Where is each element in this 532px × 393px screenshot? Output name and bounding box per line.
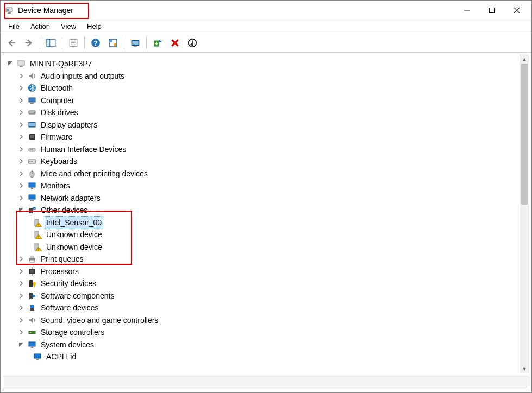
network-icon [27,193,37,203]
tree-root[interactable]: MININT-Q5RF3P7 [7,58,519,70]
tree-category-computer[interactable]: Computer [7,94,519,107]
menu-view[interactable]: View [55,21,82,31]
expand-icon[interactable] [17,72,25,80]
tree-category-sound[interactable]: Sound, video and game controllers [7,314,519,327]
toolbar-separator [84,37,85,49]
svg-text:!: ! [38,235,39,239]
svg-rect-54 [29,208,33,213]
keyboard-icon [27,156,37,166]
expand-icon[interactable] [17,109,25,116]
scrollbar-track[interactable] [520,64,529,364]
tree-category-network[interactable]: Network adapters [7,192,519,205]
svg-marker-30 [29,73,33,79]
scroll-up-button[interactable]: ▲ [520,54,529,64]
tree-item-unknown-2[interactable]: ! Unknown device [7,241,519,253]
toolbar-separator [146,37,147,49]
back-button[interactable] [4,35,19,50]
tree-item-label: Intel_Sensor_00 [45,216,103,229]
expand-icon[interactable] [17,255,25,263]
svg-rect-16 [110,40,112,42]
tree-item-label: Unknown device [45,241,104,253]
tree-category-keyboards[interactable]: Keyboards [7,155,519,168]
scrollbar-thumb[interactable] [521,64,528,205]
bluetooth-icon [27,83,37,93]
add-button[interactable]: + [150,35,165,50]
tree-category-hid[interactable]: Human Interface Devices [7,143,519,156]
expand-icon[interactable] [17,304,25,312]
device-tree[interactable]: MININT-Q5RF3P7 Audio inputs and outputs … [3,54,519,373]
expand-icon[interactable] [17,292,25,300]
scroll-down-button[interactable]: ▼ [520,364,529,373]
svg-text:+: + [33,294,35,297]
menu-file[interactable]: File [3,21,25,31]
expand-icon[interactable] [17,268,25,275]
tree-category-disk[interactable]: Disk drives [7,106,519,119]
collapse-icon[interactable] [17,341,25,348]
tree-item-intel-sensor[interactable]: ! Intel_Sensor_00 [7,217,519,229]
expand-icon[interactable] [17,316,25,324]
svg-rect-20 [134,46,137,46]
tree-category-processors[interactable]: Processors [7,265,519,278]
tree-item-label: Computer [39,94,76,106]
tree-category-mice[interactable]: Mice and other pointing devices [7,168,519,180]
svg-rect-29 [20,66,23,67]
window-title: Device Manager [18,6,73,15]
tree-category-security[interactable]: Security devices [7,277,519,290]
expand-icon[interactable] [17,157,25,165]
tree-category-other[interactable]: ? Other devices [7,204,519,217]
expand-collapse-icon[interactable] [7,60,14,67]
mouse-icon [27,169,37,179]
maximize-button[interactable] [479,2,504,18]
expand-icon[interactable] [17,133,25,141]
expand-icon[interactable] [17,280,25,287]
tree-category-monitors[interactable]: Monitors [7,180,519,192]
tree-item-acpi-lid[interactable]: ACPI Lid [7,351,519,363]
svg-rect-52 [30,200,34,201]
svg-rect-70 [30,270,34,273]
collapse-icon[interactable] [17,206,25,214]
expand-icon[interactable] [17,328,25,336]
expand-icon[interactable] [17,182,25,189]
tree-category-bluetooth[interactable]: Bluetooth [7,82,519,94]
menu-action[interactable]: Action [25,21,55,31]
unknown-device-warning-icon: ! [33,242,42,252]
menu-help[interactable]: Help [82,21,107,31]
show-hide-tree-button[interactable] [43,35,59,50]
svg-rect-88 [36,359,39,360]
tree-category-swcomponents[interactable]: + Software components [7,290,519,302]
forward-button[interactable] [21,35,36,50]
properties-button[interactable] [66,35,81,50]
tree-category-printqueues[interactable]: Print queues [7,253,519,265]
tree-category-display[interactable]: Display adapters [7,119,519,131]
minimize-button[interactable] [454,2,479,18]
tree-item-label: Other devices [39,204,89,216]
expand-icon[interactable] [17,121,25,129]
tree-category-system[interactable]: System devices [7,339,519,351]
remove-button[interactable] [167,35,183,50]
svg-rect-82 [29,331,35,334]
update-button[interactable] [128,35,143,50]
close-button[interactable] [504,2,529,18]
tree-item-label: Monitors [39,180,72,192]
svg-marker-53 [19,208,23,212]
help-button[interactable]: ? [88,35,103,50]
title-bar: Device Manager [1,1,531,20]
expand-icon[interactable] [17,170,25,178]
svg-text:+: + [155,40,158,46]
tree-item-unknown-1[interactable]: ! Unknown device [7,229,519,241]
sound-icon [27,315,37,325]
expand-icon[interactable] [17,84,25,92]
expand-icon[interactable] [17,97,25,104]
scan-button[interactable] [105,35,121,50]
tree-category-audio[interactable]: Audio inputs and outputs [7,70,519,83]
expand-icon[interactable] [17,194,25,202]
devices-button[interactable] [185,35,200,50]
vertical-scrollbar[interactable]: ▲ ▼ [520,54,529,373]
tree-category-swdevices[interactable]: Software devices [7,302,519,314]
tree-category-storage[interactable]: Storage controllers [7,326,519,339]
expand-icon[interactable] [17,145,25,153]
tree-category-firmware[interactable]: Firmware [7,131,519,143]
svg-rect-32 [29,98,35,102]
tree-item-label: Audio inputs and outputs [39,70,126,82]
svg-rect-1 [8,12,11,14]
